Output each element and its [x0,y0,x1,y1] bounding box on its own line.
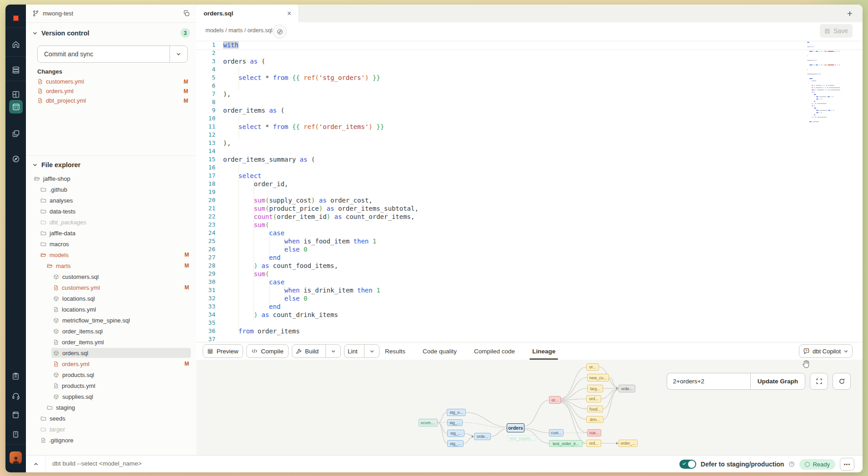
code-line-8[interactable] [223,98,803,106]
build-button[interactable]: Build [292,344,341,358]
tree-item-locations-sql[interactable]: locations.sql [26,293,196,304]
refresh-button[interactable] [833,373,851,390]
code-line-27[interactable]: end [223,253,803,262]
code-line-21[interactable]: sum(product_price) as order_items_subtot… [223,204,803,213]
lineage-node[interactable]: ord... [586,440,601,447]
explorer-icon[interactable] [5,149,26,169]
file-explorer-header[interactable]: File explorer [32,161,203,169]
code-line-7[interactable]: ), [223,90,803,98]
more-options-button[interactable]: ••• [840,458,854,471]
graph-selector-input[interactable]: 2+orders+2 [667,373,750,390]
user-avatar[interactable] [10,451,22,464]
tree-item-customers-yml[interactable]: customers.ymlM [26,282,196,293]
code-editor[interactable]: 1234567891011121314151617181920212223242… [196,40,863,342]
code-line-10[interactable] [223,114,803,123]
code-line-25[interactable]: when is_food_item then 1 [223,237,803,245]
lineage-node[interactable]: stg_... [447,430,464,437]
copilot-circle-icon[interactable] [273,25,287,39]
tree-item-marts[interactable]: martsM [26,260,196,271]
docs-icon[interactable] [5,405,26,425]
defer-toggle[interactable] [679,460,696,469]
copy-icon[interactable] [183,10,190,17]
lineage-node[interactable]: test_supply... [507,435,536,441]
lineage-node[interactable]: stg_o... [447,409,466,416]
code-line-30[interactable]: case [223,278,803,286]
code-line-11[interactable]: select * from {{ ref('order_items') }} [223,123,803,131]
lineage-node[interactable]: orde... [474,433,491,440]
tree-item-order-items-sql[interactable]: order_items.sql [26,326,196,337]
tree-item-models[interactable]: modelsM [26,249,196,260]
tree-item--github[interactable]: .github [26,184,196,195]
code-line-2[interactable] [223,49,803,57]
lineage-node[interactable]: drin... [586,416,604,423]
tree-item-analyses[interactable]: analyses [26,195,196,206]
update-graph-button[interactable]: Update Graph [750,373,805,390]
code-line-33[interactable]: end [223,302,803,311]
code-line-5[interactable]: select * from {{ ref('stg_orders') }} [223,74,803,82]
environments-icon[interactable] [5,60,26,80]
command-input[interactable]: dbt build --select <model_name> [52,460,142,467]
tab-results[interactable]: Results [385,342,405,360]
changed-file[interactable]: customers.ymlM [37,77,190,86]
close-icon[interactable]: × [287,10,291,18]
lineage-node[interactable]: or... [586,363,599,371]
new-tab-button[interactable]: + [843,7,856,20]
compile-button[interactable]: Compile [246,344,289,358]
changed-file[interactable]: dbt_project.ymlM [37,96,190,105]
code-line-3[interactable]: orders as ( [223,57,803,65]
code-line-35[interactable] [223,319,803,327]
save-button[interactable]: Save [820,24,853,38]
code-line-17[interactable]: select [223,172,803,180]
tree-item-jaffle-shop[interactable]: jaffle-shop [26,173,196,184]
lineage-node[interactable]: cus... [587,429,601,436]
code-line-31[interactable]: when is_drink_item then 1 [223,286,803,294]
develop-ide-icon[interactable] [9,100,23,114]
dbt-logo-icon[interactable] [5,8,26,28]
tree-item-dbt-packages[interactable]: dbt_packages [26,217,196,228]
dbt-copilot-button[interactable]: dbt Copilot [799,344,853,358]
tree-item-jaffle-data[interactable]: jaffle-data [26,228,196,238]
code-line-22[interactable]: count(order_item_id) as count_order_item… [223,213,803,221]
tree-item-locations-yml[interactable]: locations.yml [26,304,196,315]
lineage-node[interactable]: food... [587,406,603,412]
tree-item-staging[interactable]: staging [26,402,196,413]
preview-button[interactable]: Preview [203,344,243,358]
fullscreen-button[interactable] [810,373,828,390]
lineage-node[interactable]: stg_... [447,440,464,447]
lineage-node[interactable]: cust... [549,429,564,436]
lineage-node[interactable]: larg... [587,385,603,392]
code-line-14[interactable] [223,147,803,155]
tree-item-supplies-sql[interactable]: supplies.sql [26,391,196,402]
tree-item--gitignore[interactable]: .gitignore [26,435,196,446]
code-line-26[interactable]: else 0 [223,245,803,253]
code-line-13[interactable]: ), [223,139,803,147]
code-line-15[interactable]: order_items_summary as ( [223,155,803,164]
tree-item-target[interactable]: target [26,424,196,435]
tree-item-order-items-yml[interactable]: order_items.yml [26,337,196,347]
tab-orders-sql[interactable]: orders.sql × [196,5,299,22]
tab-code-quality[interactable]: Code quality [423,342,457,360]
code-line-4[interactable] [223,65,803,74]
tree-item-orders-sql[interactable]: orders.sql [26,347,196,358]
build-options-chevron[interactable] [325,345,340,357]
lineage-node[interactable]: ecom.... [419,419,438,426]
code-line-6[interactable] [223,82,803,90]
changed-file[interactable]: orders.ymlM [37,86,190,96]
minimap[interactable] [806,42,835,142]
tab-lineage[interactable]: Lineage [532,342,555,360]
code-line-36[interactable]: from order_items [223,327,803,335]
lineage-node[interactable]: order_... [619,440,638,447]
lineage-node[interactable]: orde... [619,385,635,392]
tree-item-metricflow-time-spine-sql[interactable]: metricflow_time_spine.sql [26,315,196,326]
collapse-command-bar-button[interactable] [26,456,46,472]
code-line-9[interactable]: order_items as ( [223,106,803,114]
code-line-37[interactable] [223,335,803,342]
support-icon[interactable] [5,386,26,406]
tree-item-products-yml[interactable]: products.yml [26,380,196,391]
code-line-12[interactable] [223,131,803,139]
home-icon[interactable] [5,35,26,55]
lineage-node[interactable]: test_order_it... [549,440,583,447]
tree-item-orders-yml[interactable]: orders.ymlM [26,358,196,369]
orchestration-icon[interactable] [5,124,26,144]
commit-and-sync-button[interactable]: Commit and sync [37,45,188,63]
